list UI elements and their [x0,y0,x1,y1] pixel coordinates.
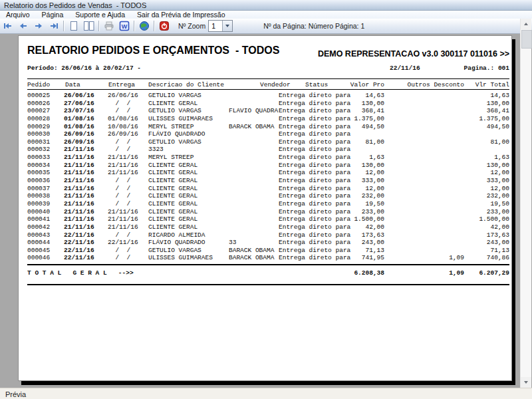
globe-icon [139,21,150,31]
export-word-button[interactable]: W [117,20,131,32]
cell-cliente: FLÁVIO QUADRADO [148,239,205,246]
cell-status: Entrega direto para [279,146,350,153]
cell-entrega: / / [108,107,130,114]
svg-text:W: W [121,23,127,30]
menu-item-suporte-e-ajuda[interactable]: Suporte e Ajuda [69,11,131,19]
cell-cliente: CLIENTE GERAL [148,100,198,107]
cell-cliente: GETULIO VARGAS [148,247,201,254]
prev-page-button[interactable] [16,20,30,32]
cell-pedido: 000037 [27,185,50,192]
cell-cliente: ULISSES GUIMARAES [148,115,213,122]
scroll-down-button[interactable] [521,377,531,388]
cell-valor-pro: 368,41 [318,107,384,114]
word-export-icon: W [119,21,130,31]
cell-pedido: 000035 [27,169,50,176]
cell-cliente: FLÁVIO QUADRADO [148,130,205,138]
cell-vlr-total: 71,13 [443,247,509,254]
scroll-thumb[interactable] [521,30,532,49]
cell-data: 21/11/16 [64,223,94,231]
exit-button[interactable] [157,20,171,32]
cell-cliente: CLIENTE GERAL [148,177,198,184]
column-header-entrega: Entrega [108,81,135,88]
cell-entrega: / / [108,100,130,107]
rule-above-header [27,78,509,79]
chevron-up-icon [524,23,528,25]
cell-valor-pro: 232,00 [318,192,384,200]
cell-pedido: 000040 [27,208,50,215]
cell-pedido: 000032 [27,146,50,153]
cell-pedido: 000038 [27,192,50,200]
cell-cliente: GETULIO VARGAS [148,138,201,146]
first-page-button[interactable] [1,20,15,32]
next-page-button[interactable] [31,20,45,32]
report-title: RELATORIO PEDIDOS E ORÇAMENTOS - TODOS [27,45,279,57]
report-content: RELATORIO PEDIDOS E ORÇAMENTOS - TODOS D… [27,36,509,380]
cell-vendedor: 33 [229,239,236,246]
report-period: Período: 26/06/16 à 20/02/17 - [27,65,141,72]
cell-entrega: / / [108,200,130,207]
cell-valor-pro: 130,00 [318,162,384,169]
table-row: 000046 22/11/16 / / ULISSES GUIMARAES BA… [27,254,509,262]
menu-item-sair-da-previa[interactable]: Sair da Prévia de Impressão [131,11,231,19]
cell-data: 21/11/16 [64,154,94,161]
cell-valor-pro: 12,00 [318,169,384,176]
exit-power-icon [159,21,170,31]
cell-vlr-total: 130,00 [443,100,509,107]
cell-vlr-total: 12,00 [443,169,509,176]
cell-data: 21/11/16 [64,169,94,176]
table-body: 000025 26/06/16 26/06/16 GETULIO VARGAS … [27,92,509,262]
rule-below-total [27,284,509,285]
cell-vlr-total: 333,00 [443,177,509,184]
menu-bar: Arquivo Página Suporte e Ajuda Sair da P… [0,11,532,19]
cell-data: 21/11/16 [64,215,94,223]
cell-vlr-total: 494,50 [443,123,509,130]
cell-vlr-total: 12,00 [443,185,509,192]
next-page-icon [33,21,44,31]
table-row: 000036 21/11/16 / / CLIENTE GERAL Entreg… [27,177,509,185]
cell-status: Entrega direto para [279,130,350,138]
last-page-button[interactable] [47,20,61,32]
cell-entrega: 01/08/16 [108,115,138,122]
cell-pedido: 000027 [27,107,50,114]
cell-entrega: 21/11/16 [108,208,138,215]
cell-pedido: 000045 [27,247,50,254]
total-row: T O T A L G E R A L -->> 6.208,38 1,09 6… [27,269,509,277]
cell-data: 01/08/16 [64,123,94,130]
cell-entrega: 26/06/16 [108,92,138,99]
cell-data: 21/11/16 [64,146,94,153]
zoom-value: 1 [209,22,222,30]
zoom-select[interactable]: 1 [208,20,233,32]
cell-vlr-total: 368,41 [443,107,509,114]
chevron-down-icon [225,25,229,27]
table-row: 000045 22/11/16 / / GETULIO VARGAS BARAC… [27,247,509,255]
column-header-cliente: Descricao do Cliente [148,81,224,88]
menu-item-arquivo[interactable]: Arquivo [0,11,36,19]
menu-item-pagina[interactable]: Página [36,11,70,19]
print-button[interactable] [102,20,116,32]
cell-pedido: 000029 [27,123,50,130]
page-number-info: Nº da Página: Número Página: 1 [263,22,364,30]
cell-valor-pro: 14,63 [318,92,384,99]
cell-entrega: 26/09/16 [108,130,138,138]
toolbar-separator [134,21,134,31]
table-row: 000035 21/11/16 21/11/16 CLIENTE GERAL E… [27,169,509,177]
zoom-dropdown-button[interactable] [222,21,232,31]
first-page-icon [3,21,13,31]
vertical-scrollbar[interactable] [520,19,531,388]
single-page-view-button[interactable] [66,20,80,32]
cell-pedido: 000044 [27,239,50,246]
cell-vendedor: BARACK OBAMA [229,247,274,254]
cell-entrega: 21/11/16 [108,162,138,169]
scroll-up-button[interactable] [521,19,531,29]
report-print-date: 22/11/16 [390,65,420,72]
cell-pedido: 000041 [27,215,50,223]
two-pages-view-button[interactable] [82,20,96,32]
cell-vlr-total: 81,00 [443,138,509,146]
table-row: 000037 21/11/16 / / CLIENTE GERAL Entreg… [27,185,509,193]
cell-pedido: 000033 [27,154,50,161]
web-button[interactable] [137,20,151,32]
window-title: Relatorio dos Pedidos de Vendas - TODOS [0,1,146,9]
cell-vlr-total: 19,50 [443,200,509,207]
column-header-pedido: Pedido [27,81,50,88]
cell-entrega: / / [108,185,130,192]
